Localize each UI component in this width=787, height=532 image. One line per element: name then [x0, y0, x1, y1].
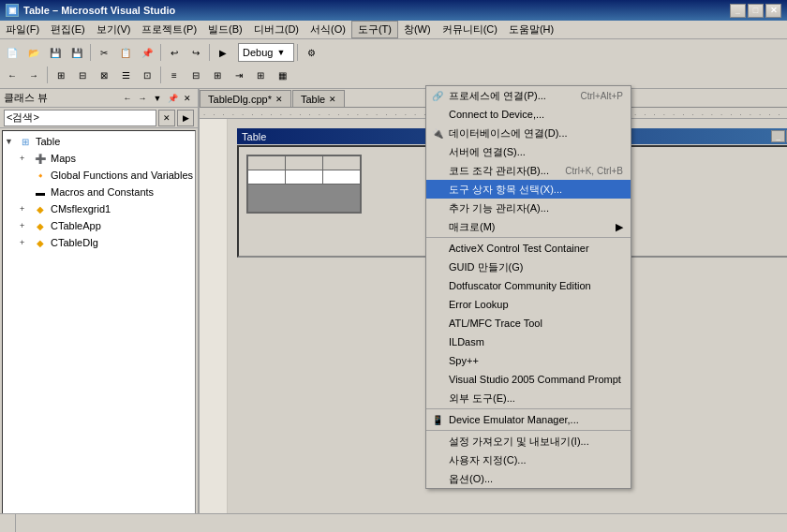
- tree-root-icon: ⊞: [18, 134, 33, 149]
- tree-item-msflexgrid[interactable]: + ◆ CMsflexgrid1: [20, 200, 193, 217]
- menu-item-attach-shortcut: Ctrl+Alt+P: [580, 91, 623, 101]
- toolbar-view2-btn[interactable]: ⊟: [72, 65, 93, 85]
- menu-item-connect-device[interactable]: Connect to Device,...: [426, 105, 631, 124]
- toolbar-copy-btn[interactable]: 📋: [115, 42, 136, 63]
- table-data-row-1: [248, 170, 361, 185]
- toolbar-format-btn[interactable]: ⊟: [186, 65, 206, 85]
- menu-item-connect-device-label: Connect to Device,...: [449, 109, 544, 120]
- toolbar-opt-btn[interactable]: ▦: [272, 65, 292, 85]
- toolbar-align-btn[interactable]: ≡: [164, 65, 185, 85]
- menu-item-ildasm-label: ILDasm: [449, 336, 484, 347]
- toolbar-fwd-btn[interactable]: →: [23, 65, 44, 85]
- tab-table-close[interactable]: ✕: [329, 95, 336, 104]
- menu-item-options[interactable]: 옵션(O)...: [426, 469, 631, 488]
- tree-expand-ctableapp: +: [20, 221, 33, 230]
- menu-item-customize[interactable]: 사용자 지정(C)...: [426, 451, 631, 469]
- menu-help[interactable]: 도움말(H): [503, 22, 559, 37]
- menu-item-dotfuscator[interactable]: Dotfuscator Community Edition: [426, 276, 631, 295]
- menu-item-guid[interactable]: GUID 만들기(G): [426, 258, 631, 276]
- menu-item-device-emulator-label: Device Emulator Manager,...: [449, 414, 579, 425]
- search-clear-btn[interactable]: ✕: [158, 110, 175, 126]
- toolbar-save-btn[interactable]: 💾: [45, 42, 66, 63]
- toolbar-view5-btn[interactable]: ⊡: [137, 65, 157, 85]
- menu-community[interactable]: 커뮤니티(C): [437, 22, 503, 37]
- menu-edit[interactable]: 편집(E): [45, 22, 91, 37]
- menu-item-external-tools[interactable]: 외부 도구(E)...: [426, 389, 631, 407]
- main-area: 클래스 뷰 ← → ▼ 📌 ✕ ✕ ▶ ▼ ⊞ Table +: [0, 89, 787, 516]
- menu-item-connect-server[interactable]: 서버에 연결(S)...: [426, 142, 631, 161]
- menu-item-macro[interactable]: 매크로(M) ▶: [426, 217, 631, 236]
- toolbar-redo-btn[interactable]: ↪: [186, 42, 206, 63]
- menu-item-ildasm[interactable]: ILDasm: [426, 332, 631, 351]
- toolbar-back-btn[interactable]: ←: [2, 65, 22, 85]
- class-tree-view[interactable]: ▼ ⊞ Table + ➕ Maps 🔸 Global Functions an…: [2, 130, 196, 514]
- inner-min-btn[interactable]: _: [771, 130, 785, 142]
- search-go-btn[interactable]: ▶: [177, 110, 194, 126]
- panel-fwd-btn[interactable]: →: [136, 92, 149, 105]
- menu-build[interactable]: 빌드(B): [202, 22, 248, 37]
- menu-item-atl-trace[interactable]: ATL/MFC Trace Tool: [426, 314, 631, 332]
- tree-item-maps[interactable]: + ➕ Maps: [20, 150, 193, 167]
- tree-item-ctableapp[interactable]: + ◆ CTableApp: [20, 217, 193, 234]
- menu-item-customize-label: 사용자 지정(C)...: [449, 453, 527, 467]
- tree-item-macros[interactable]: ▬ Macros and Constants: [20, 184, 193, 200]
- panel-close-btn[interactable]: ✕: [181, 92, 194, 105]
- toolbar-undo-btn[interactable]: ↩: [164, 42, 185, 63]
- tree-item-ctabledlg[interactable]: + ◆ CTableDlg: [20, 234, 193, 251]
- toolbar-open-btn[interactable]: 📂: [23, 42, 44, 63]
- menu-item-device-emulator[interactable]: 📱 Device Emulator Manager,...: [426, 410, 631, 429]
- menu-item-vs2005-prompt[interactable]: Visual Studio 2005 Command Prompt: [426, 370, 631, 389]
- menu-item-toolbox-choose[interactable]: 도구 상자 항목 선택(X)...: [426, 180, 631, 199]
- tools-dropdown-menu[interactable]: 🔗 프로세스에 연결(P)... Ctrl+Alt+P Connect to D…: [425, 85, 631, 489]
- table-header-row: [248, 156, 361, 170]
- menu-item-import-export[interactable]: 설정 가져오기 및 내보내기(I)...: [426, 432, 631, 451]
- menu-window[interactable]: 창(W): [398, 22, 437, 37]
- menu-file[interactable]: 파일(F): [0, 22, 45, 37]
- panel-dropdown-btn[interactable]: ▼: [151, 92, 164, 105]
- data-cell-1-2: [286, 170, 323, 185]
- toolbar-paste-btn[interactable]: 📌: [137, 42, 157, 63]
- toolbar-view1-btn[interactable]: ⊞: [51, 65, 71, 85]
- menu-project[interactable]: 프로젝트(P): [136, 22, 202, 37]
- tab-table[interactable]: Table ✕: [292, 90, 345, 107]
- toolbar-extra-1[interactable]: ⚙: [301, 42, 321, 63]
- menu-item-connect-db[interactable]: 🔌 데이터베이스에 연결(D)...: [426, 124, 631, 142]
- menu-item-error-lookup[interactable]: Error Lookup: [426, 295, 631, 314]
- panel-pin-btn[interactable]: 📌: [166, 92, 179, 105]
- toolbar-sep-2: [160, 44, 161, 61]
- menu-item-code-snippet[interactable]: 코드 조각 관리자(B)... Ctrl+K, Ctrl+B: [426, 161, 631, 180]
- toolbar-saveall-btn[interactable]: 💾: [67, 42, 87, 63]
- toolbar-sz-btn[interactable]: ⊞: [207, 65, 228, 85]
- toolbar-view4-btn[interactable]: ☰: [115, 65, 136, 85]
- left-panel: 클래스 뷰 ← → ▼ 📌 ✕ ✕ ▶ ▼ ⊞ Table +: [0, 89, 200, 516]
- menu-item-connect-server-label: 서버에 연결(S)...: [449, 145, 526, 159]
- debug-config-dropdown[interactable]: Debug ▼: [238, 43, 294, 62]
- toolbar-new-btn[interactable]: 📄: [2, 42, 22, 63]
- toolbar-row-2: ← → ⊞ ⊟ ⊠ ☰ ⊡ ≡ ⊟ ⊞ ⇥ ⊞ ▦: [2, 64, 785, 86]
- minimize-button[interactable]: _: [730, 4, 746, 18]
- title-controls: _ □ ✕: [730, 4, 781, 18]
- tree-item-global[interactable]: 🔸 Global Functions and Variables: [20, 167, 193, 184]
- panel-back-btn[interactable]: ←: [121, 92, 134, 105]
- menu-debug[interactable]: 디버그(D): [248, 22, 304, 37]
- close-button[interactable]: ✕: [765, 4, 781, 18]
- toolbar-cut-btn[interactable]: ✂: [94, 42, 114, 63]
- tree-root-item[interactable]: ▼ ⊞ Table: [5, 133, 193, 150]
- toolbar-grid-btn[interactable]: ⊞: [250, 65, 271, 85]
- tab-tabledlg[interactable]: TableDlg.cpp* ✕: [200, 90, 291, 107]
- tree-icon-ctableapp: ◆: [33, 218, 48, 233]
- menu-format[interactable]: 서식(O): [304, 22, 351, 37]
- menu-item-attach-process[interactable]: 🔗 프로세스에 연결(P)... Ctrl+Alt+P: [426, 86, 631, 105]
- menu-tools[interactable]: 도구(T): [351, 21, 398, 38]
- menu-item-spypp[interactable]: Spy++: [426, 351, 631, 370]
- toolbar-view3-btn[interactable]: ⊠: [94, 65, 114, 85]
- menu-item-activex-test[interactable]: ActiveX Control Test Container: [426, 239, 631, 258]
- search-input[interactable]: [4, 110, 156, 126]
- menu-view[interactable]: 보기(V): [91, 22, 137, 37]
- tab-tabledlg-close[interactable]: ✕: [275, 95, 283, 104]
- menu-item-addin-mgr[interactable]: 추가 기능 관리자(A)...: [426, 199, 631, 217]
- toolbar-start-btn[interactable]: ▶: [213, 42, 233, 63]
- toolbar-tab-btn[interactable]: ⇥: [229, 65, 249, 85]
- maximize-button[interactable]: □: [748, 4, 764, 18]
- menu-bar: 파일(F) 편집(E) 보기(V) 프로젝트(P) 빌드(B) 디버그(D) 서…: [0, 21, 787, 39]
